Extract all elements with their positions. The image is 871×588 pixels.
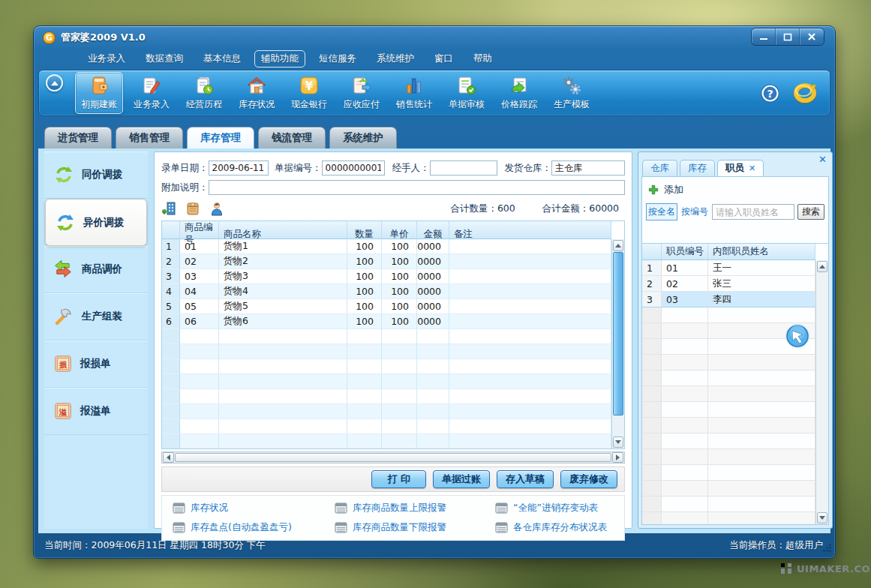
main-tab-2[interactable]: 销售管理 — [116, 127, 183, 148]
report-link-4[interactable]: 库存盘点(自动盘盈盘亏) — [173, 521, 335, 534]
action-button-4[interactable]: 废弃修改 — [560, 470, 617, 488]
report-link-5[interactable]: 库存商品数量下限报警 — [335, 521, 495, 534]
report-link-6[interactable]: 各仓库库存分布状况表 — [495, 521, 624, 534]
staff-cell-empty — [642, 323, 662, 339]
staff-cell-empty — [708, 355, 815, 370]
toolbar-item-10[interactable]: 生产模板 — [548, 72, 596, 114]
cell-empty — [449, 374, 611, 389]
toolbar-item-4[interactable]: 库存状况 — [233, 72, 281, 114]
toolbar-item-8[interactable]: 单据审核 — [443, 72, 491, 114]
main-tab-1[interactable]: 进货管理 — [44, 127, 112, 148]
sidebar-item-1[interactable]: 同价调拨 — [44, 152, 148, 199]
cell-empty — [162, 434, 180, 448]
search-button[interactable]: 搜索 — [797, 204, 824, 220]
lookup-tab-1[interactable]: 仓库 — [642, 160, 677, 176]
main-tab-3[interactable]: 库存管理 — [187, 127, 254, 148]
field-input-3[interactable] — [430, 160, 497, 176]
table-row[interactable]: 303货物310010010000 — [162, 269, 611, 284]
menu-item[interactable]: 帮助 — [473, 52, 492, 65]
menu-item[interactable]: 辅助功能 — [254, 50, 305, 68]
org-building-icon[interactable] — [161, 201, 176, 216]
field-input-1[interactable] — [209, 160, 269, 176]
scroll-down-button[interactable] — [613, 436, 623, 448]
menu-item[interactable]: 短信服务 — [319, 52, 356, 65]
report-link-label: 各仓库库存分布状况表 — [513, 521, 607, 534]
staff-vertical-scrollbar[interactable] — [815, 260, 828, 524]
toolbar-item-label: 应收应付 — [344, 98, 380, 111]
action-button-1[interactable]: 打 印 — [371, 470, 426, 488]
collapse-toolbar-button[interactable] — [46, 74, 63, 92]
staff-cell-name: 王一 — [708, 260, 815, 276]
menu-item[interactable]: 数据查询 — [146, 52, 183, 65]
report-link-1[interactable]: 库存状况 — [173, 502, 335, 514]
scrollbar-thumb[interactable] — [613, 252, 623, 416]
sidebar-item-6[interactable]: 溢报溢单 — [44, 388, 148, 435]
cell-empty — [449, 404, 611, 419]
toolbar-item-1[interactable]: 初期建账 — [75, 72, 123, 114]
staff-search-row: 按全名 按编号 搜索 — [642, 201, 828, 225]
menu-item[interactable]: 业务录入 — [88, 52, 125, 65]
table-row[interactable]: 505货物510010010000 — [162, 299, 611, 314]
hscrollbar-thumb[interactable] — [175, 453, 611, 462]
cell-empty — [180, 434, 219, 448]
field-input-4[interactable] — [551, 160, 625, 176]
search-by-name-toggle[interactable]: 按全名 — [646, 203, 677, 220]
staff-col-code[interactable]: 职员编号 — [662, 244, 708, 260]
table-row[interactable]: 101货物110010010000 — [162, 239, 611, 254]
staff-col-name[interactable]: 内部职员姓名 — [708, 244, 815, 260]
staff-search-input[interactable] — [712, 204, 794, 220]
menu-item[interactable]: 窗口 — [434, 52, 453, 65]
sidebar-item-4[interactable]: 生产组装 — [44, 293, 148, 340]
field-input-2[interactable] — [322, 160, 385, 176]
sidebar-item-3[interactable]: 商品调价 — [44, 246, 148, 293]
search-by-code-toggle[interactable]: 按编号 — [680, 204, 709, 220]
browser-logo-icon[interactable] — [792, 82, 818, 104]
scroll-left-button[interactable] — [163, 452, 174, 463]
staff-row[interactable]: 303李四 — [642, 292, 815, 308]
sidebar-item-5[interactable]: 损报损单 — [44, 340, 148, 388]
toolbar-item-3[interactable]: 经营历程 — [180, 72, 228, 114]
scroll-down-button[interactable] — [817, 512, 827, 524]
note-input[interactable] — [209, 180, 626, 195]
main-tab-4[interactable]: 钱流管理 — [258, 127, 326, 148]
sidebar-item-2[interactable]: 异价调拨 — [45, 199, 147, 246]
staff-row-empty — [642, 465, 815, 481]
goods-box-icon[interactable] — [185, 201, 200, 216]
action-button-3[interactable]: 存入草稿 — [497, 470, 554, 488]
person-icon[interactable] — [209, 201, 224, 216]
table-row[interactable]: 202货物210010010000 — [162, 254, 611, 269]
maximize-button[interactable] — [776, 28, 800, 45]
report-link-3[interactable]: “全能”进销存变动表 — [495, 502, 624, 514]
close-button[interactable] — [800, 28, 824, 45]
staff-row[interactable]: 202张三 — [642, 276, 815, 292]
lookup-tab-3[interactable]: 职员✕ — [717, 160, 764, 176]
minimize-button[interactable] — [752, 28, 776, 45]
panel-close-icon[interactable]: ✕ — [818, 154, 827, 164]
toolbar-item-9[interactable]: 价格跟踪 — [495, 72, 543, 114]
table-row[interactable]: 404货物410010010000 — [162, 284, 611, 299]
scroll-up-button[interactable] — [613, 240, 623, 251]
action-button-2[interactable]: 单据过账 — [433, 470, 490, 488]
resize-grip[interactable] — [822, 543, 832, 555]
scroll-right-button[interactable] — [612, 452, 623, 463]
lookup-tab-2[interactable]: 库存 — [680, 160, 715, 176]
cell-name: 货物4 — [219, 284, 347, 299]
toolbar-item-6[interactable]: 应收应付 — [338, 72, 386, 114]
items-vertical-scrollbar[interactable] — [611, 239, 624, 448]
template-icon — [561, 75, 582, 96]
staff-row-empty — [642, 481, 815, 496]
tab-close-icon[interactable]: ✕ — [749, 164, 755, 173]
help-icon[interactable]: ? — [760, 83, 780, 104]
toolbar-item-7[interactable]: 销售统计 — [390, 72, 438, 114]
main-tab-5[interactable]: 系统维护 — [329, 127, 397, 148]
menu-item[interactable]: 系统维护 — [377, 52, 414, 65]
staff-row[interactable]: 101王一 — [642, 260, 815, 276]
report-link-2[interactable]: 库存商品数量上限报警 — [335, 502, 495, 514]
toolbar-item-5[interactable]: ¥现金银行 — [285, 72, 333, 114]
scroll-up-button[interactable] — [817, 261, 827, 272]
menu-item[interactable]: 基本信息 — [203, 52, 241, 65]
items-horizontal-scrollbar[interactable] — [161, 452, 625, 464]
toolbar-item-2[interactable]: 业务录入 — [128, 72, 176, 114]
table-row[interactable]: 606货物610010010000 — [162, 314, 611, 329]
add-row[interactable]: 添加 — [642, 177, 828, 201]
